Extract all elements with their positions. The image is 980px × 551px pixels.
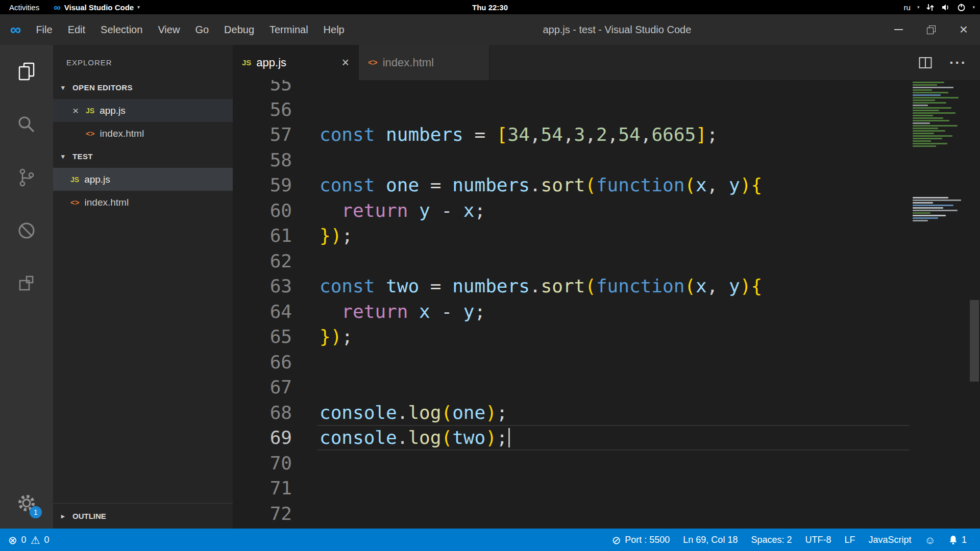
code-line-61[interactable]: 61}); [233,223,980,248]
html-file-icon: <> [86,129,95,138]
open-editor-app-js[interactable]: × JS app.js [53,99,233,122]
code-line-55[interactable]: 55 [233,80,980,97]
chevron-expanded-icon: ▾ [61,153,68,160]
code-line-57[interactable]: 57const numbers = [34,54,3,2,54,6665]; [233,122,980,147]
cursor-position[interactable]: Ln 69, Col 18 [683,535,738,545]
line-content [292,349,320,375]
code-line-62[interactable]: 62 [233,248,980,274]
gnome-system-tray[interactable]: ru ▾ ▾ [904,0,975,14]
keyboard-layout-indicator[interactable]: ru [904,3,911,12]
code-line-70[interactable]: 70 [233,450,980,476]
menu-view[interactable]: View [150,14,187,45]
network-icon [926,3,935,12]
activities-button[interactable]: Activities [0,0,48,14]
file-app-js[interactable]: JS app.js [53,168,233,191]
git-branch-icon [16,167,37,188]
problems-errors[interactable]: ⊗ 0 [8,535,27,545]
section-outline[interactable]: ▸ OUTLINE [53,503,233,529]
notifications[interactable]: 1 [949,535,967,545]
activity-bar: 1 [0,45,53,529]
chevron-down-icon: ▾ [137,5,140,10]
line-content: }); [292,324,353,349]
language-mode[interactable]: JavaScript [868,535,911,545]
code-line-56[interactable]: 56 [233,97,980,122]
minimap[interactable] [912,80,969,529]
close-icon[interactable]: × [341,55,349,70]
code-line-72[interactable]: 72 [233,501,980,527]
code-line-58[interactable]: 58 [233,147,980,173]
section-open-editors[interactable]: ▾ OPEN EDITORS [53,76,233,99]
problems-warnings[interactable]: ⚠ 0 [31,535,50,545]
gnome-app-name: Visual Studio Code [64,3,134,12]
line-content: return y - x; [292,198,485,223]
code-line-69[interactable]: 69console.log(two); [233,425,980,450]
feedback-smiley[interactable]: ☺ [925,535,936,545]
vertical-scrollbar[interactable] [969,80,980,529]
indentation[interactable]: Spaces: 2 [751,535,792,545]
line-number: 72 [233,501,292,527]
line-number: 63 [233,273,292,299]
extensions-icon [16,273,37,294]
search-icon [16,114,37,135]
line-number: 61 [233,223,292,248]
line-content [292,450,320,476]
code-line-63[interactable]: 63const two = numbers.sort(function(x, y… [233,273,980,299]
gnome-clock[interactable]: Thu 22:30 [472,3,508,12]
js-file-icon: JS [86,107,94,115]
menu-go[interactable]: Go [187,14,216,45]
eol-sequence[interactable]: LF [844,535,855,545]
minimize-button[interactable] [882,14,915,45]
line-number: 56 [233,97,292,122]
activitybar-debug[interactable] [0,204,53,257]
activitybar-source-control[interactable] [0,151,53,204]
line-content: console.log(one); [292,400,508,425]
line-col-label: Ln 69, Col 18 [683,535,738,545]
activitybar-extensions[interactable] [0,257,53,310]
section-folder-test[interactable]: ▾ TEST [53,145,233,168]
code-line-60[interactable]: 60 return y - x; [233,198,980,223]
live-server-port[interactable]: ⊘ Port : 5500 [612,535,670,545]
line-number: 66 [233,349,292,375]
line-content [292,374,320,400]
menu-edit[interactable]: Edit [60,14,93,45]
more-actions-icon[interactable]: ··· [949,55,967,71]
section-label: OPEN EDITORS [72,83,133,92]
code-line-67[interactable]: 67 [233,374,980,400]
js-file-icon: JS [242,58,251,67]
line-content [292,97,320,122]
gnome-app-menu[interactable]: ∞ Visual Studio Code ▾ [48,3,144,12]
code-line-66[interactable]: 66 [233,349,980,375]
restore-button[interactable] [915,14,947,45]
tab-label: index.html [383,56,480,69]
menu-help[interactable]: Help [316,14,352,45]
split-editor-icon[interactable] [919,57,932,69]
menu-terminal[interactable]: Terminal [262,14,316,45]
code-line-59[interactable]: 59const one = numbers.sort(function(x, y… [233,172,980,198]
file-name: app.js [100,105,126,116]
code-line-64[interactable]: 64 return x - y; [233,299,980,324]
window-title: app.js - test - Visual Studio Code [352,24,882,36]
close-icon[interactable]: × [72,105,86,117]
code-line-65[interactable]: 65}); [233,324,980,349]
encoding[interactable]: UTF-8 [805,535,831,545]
notification-count: 1 [962,535,967,545]
activitybar-search[interactable] [0,98,53,151]
activitybar-explorer[interactable] [0,45,53,98]
code-editor[interactable]: 555657const numbers = [34,54,3,2,54,6665… [233,80,980,529]
menu-selection[interactable]: Selection [93,14,150,45]
close-button[interactable]: × [947,14,980,45]
vscode-logo-icon: ∞ [54,3,61,12]
code-line-71[interactable]: 71 [233,475,980,501]
scrollbar-thumb[interactable] [970,300,979,382]
file-index-html[interactable]: <> index.html [53,191,233,214]
tab-app-js[interactable]: JS app.js × [233,45,359,80]
tab-index-html[interactable]: <> index.html [359,45,489,80]
line-content [292,80,320,97]
menu-file[interactable]: File [28,14,60,45]
file-name: app.js [84,174,110,185]
open-editor-index-html[interactable]: <> index.html [53,122,233,145]
circle-slash-icon: ⊘ [612,535,621,545]
code-line-68[interactable]: 68console.log(one); [233,400,980,425]
menu-debug[interactable]: Debug [216,14,262,45]
settings-button[interactable]: 1 [0,487,53,519]
